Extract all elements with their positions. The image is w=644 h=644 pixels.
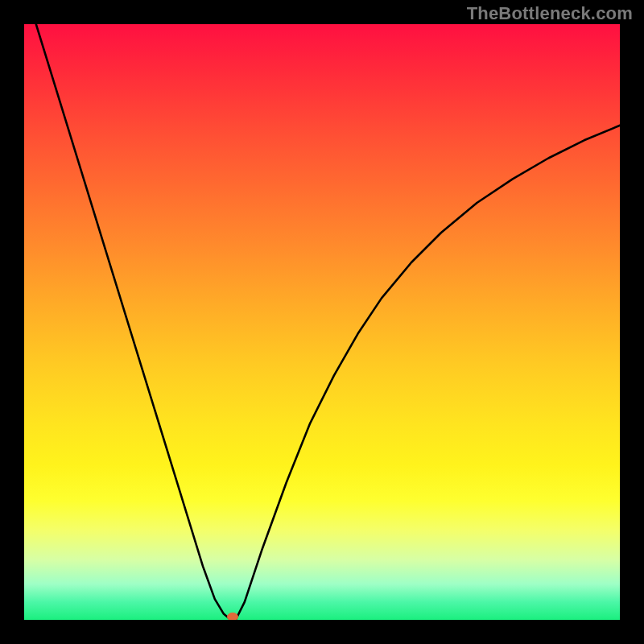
- chart-frame: TheBottleneck.com: [0, 0, 644, 644]
- marker-dot: [228, 613, 238, 620]
- curve-right-branch: [236, 126, 620, 620]
- bottleneck-curve: [24, 24, 620, 620]
- watermark-text: TheBottleneck.com: [467, 3, 633, 24]
- plot-area: [24, 24, 620, 620]
- curve-left-branch: [36, 24, 231, 620]
